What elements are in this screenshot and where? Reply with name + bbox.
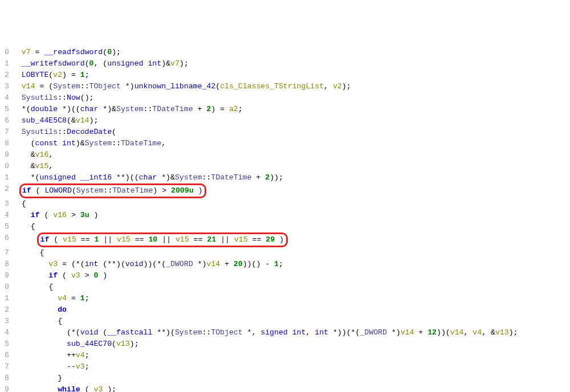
code-line: 6 ++v4; [0, 350, 570, 361]
code-token: > [80, 271, 94, 280]
code-token: *)(( [58, 105, 80, 113]
code-content: *(double *)((char *)&System::TDateTime +… [13, 104, 570, 115]
code-token: ( [80, 385, 94, 392]
code-token: == [248, 235, 266, 244]
code-token: ))( [437, 328, 450, 337]
code-token: ) [194, 186, 203, 195]
code-token: ; [238, 105, 243, 113]
line-number: 7 [0, 361, 13, 373]
code-token [13, 48, 22, 56]
code-token: ) > [153, 186, 171, 195]
code-token: LOBYTE [22, 71, 48, 79]
code-token: || [216, 235, 234, 244]
code-token: System [85, 139, 112, 148]
code-token: v16 [53, 211, 67, 219]
code-token: & [13, 162, 35, 170]
line-number: 4 [0, 327, 13, 338]
code-content: { [13, 198, 570, 210]
code-token: v4 [58, 294, 67, 303]
code-content: { [13, 281, 570, 293]
code-token: ); [509, 328, 518, 337]
code-token: = (*( [58, 260, 84, 268]
code-line: 9 if ( v3 > 0 ) [0, 270, 570, 281]
code-line: 0 v7 = __readfsdword(0); [0, 47, 570, 58]
code-token: const int [35, 139, 76, 148]
code-token: { [13, 248, 44, 257]
code-content: LOBYTE(v2) = 1; [13, 70, 570, 81]
code-token: 21 [207, 235, 216, 244]
code-token: __readfsdword [44, 48, 103, 56]
code-token: TObject [89, 82, 121, 91]
code-line: 8 } [0, 373, 570, 384]
line-number: 0 [0, 47, 13, 58]
highlight-box: if ( v15 == 1 || v15 == 10 || v15 == 21 … [37, 232, 287, 247]
code-content: Sysutils::Now(); [13, 92, 570, 104]
code-content: { [13, 247, 570, 259]
code-token: || [157, 235, 176, 244]
code-token: v14 [22, 82, 35, 91]
code-token: + [193, 105, 207, 113]
code-token: :: [103, 186, 112, 195]
code-token: == [131, 235, 149, 244]
code-token: 12 [427, 328, 437, 337]
code-token: DecodeDate [67, 128, 112, 136]
code-token: signed int [260, 328, 306, 337]
code-content: if ( v16 > 3u ) [13, 210, 570, 221]
line-number: 6 [0, 232, 13, 244]
code-token: ; [279, 260, 283, 268]
line-number: 0 [0, 281, 13, 293]
code-token: + [251, 173, 265, 182]
code-token: -- [13, 362, 76, 371]
code-token: v2 [333, 82, 342, 91]
code-token: { [13, 199, 26, 208]
code-token: 1 [80, 71, 85, 79]
code-line: 4 if ( v16 > 3u ) [0, 210, 570, 221]
code-token: == [76, 235, 95, 244]
code-content: &v15, [13, 161, 570, 172]
code-content: (*(void (__fastcall **)(System::TObject … [13, 327, 570, 338]
line-number: 0 [0, 161, 13, 172]
code-token: Sysutils [22, 128, 58, 136]
code-token: double [31, 105, 58, 113]
code-content: if ( LOWORD(System::TDateTime) > 2009u ) [13, 183, 570, 198]
code-token: ( [39, 211, 53, 219]
line-number: 2 [0, 70, 13, 81]
code-token [13, 128, 22, 136]
code-token: )); [270, 173, 283, 182]
code-content: sub_44E5C8(&v14); [13, 115, 570, 126]
code-token: v15 [35, 162, 49, 170]
code-token: ); [342, 82, 351, 91]
code-token: :: [58, 93, 67, 102]
code-token: , [306, 328, 315, 337]
code-token: ); [180, 59, 189, 68]
code-token [13, 260, 48, 268]
code-content: (const int)&System::TDateTime, [13, 138, 570, 149]
code-token: ; [85, 71, 89, 79]
code-content: if ( v15 == 1 || v15 == 10 || v15 == 21 … [13, 232, 570, 247]
code-line: 1 v4 = 1; [0, 293, 570, 304]
code-line: 0 { [0, 281, 570, 293]
line-number: 8 [0, 259, 13, 270]
code-content: v4 = 1; [13, 293, 570, 304]
code-line: 7 { [0, 247, 570, 259]
code-token: TDateTime [152, 105, 193, 113]
line-number: 9 [0, 270, 13, 281]
code-line: 7 --v3; [0, 361, 570, 373]
code-token: TDateTime [112, 186, 153, 195]
code-token: :: [58, 128, 67, 136]
code-token [13, 305, 58, 314]
code-token: 10 [148, 235, 157, 244]
code-token: System [175, 173, 202, 182]
code-content: ++v4; [13, 350, 570, 361]
code-token: char [80, 105, 99, 113]
code-token: = [31, 48, 44, 56]
code-token: v14 [76, 116, 89, 125]
code-token: **)(( [112, 173, 139, 182]
code-token: v4 [473, 328, 482, 337]
code-token: ( [112, 128, 116, 136]
code-line: 6 if ( v15 == 1 || v15 == 10 || v15 == 2… [0, 232, 570, 247]
code-token: ); [130, 340, 139, 348]
line-number: 4 [0, 210, 13, 221]
code-token: 0 [107, 48, 112, 56]
code-token: __fastcall [107, 328, 152, 337]
